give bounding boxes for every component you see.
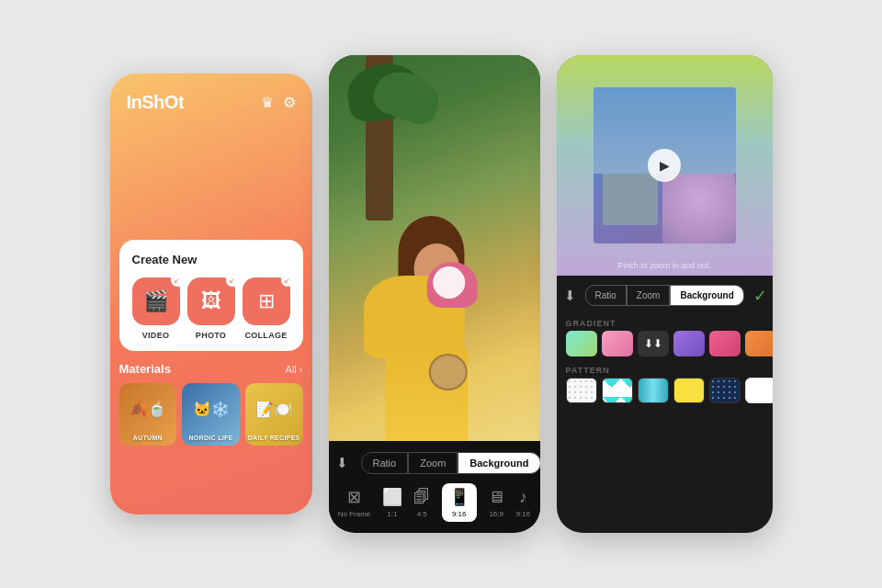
- photo-icon: 🖼: [201, 289, 221, 313]
- ratio-tabs: Ratio Zoom Background: [348, 448, 540, 478]
- photo-badge: ↙: [226, 274, 239, 287]
- pattern-waves[interactable]: [638, 378, 669, 403]
- materials-cards: 🍂🍵 AUTUMN 🐱❄️ NORDIC LIFE 📝🍽️ DAILY RECI…: [119, 383, 303, 446]
- material-card-autumn[interactable]: 🍂🍵 AUTUMN: [119, 383, 177, 446]
- banner-area: [110, 120, 312, 240]
- frame-16x9-label: 16:9: [489, 510, 503, 518]
- gradient-more-button[interactable]: ⬇⬇: [638, 331, 669, 356]
- inshot-logo: InShOt: [127, 92, 185, 113]
- phone-1: InShOt ♛ ⚙ Create New 🎬 ↙ VIDEO: [110, 74, 312, 514]
- gradient-swatch-2[interactable]: [602, 331, 633, 356]
- frame-9x16-icon: 📱: [449, 487, 469, 507]
- down-arrow-icon[interactable]: ⬇: [336, 455, 348, 471]
- collage-icon-circle: ⊞ ↙: [243, 277, 290, 325]
- phone-2: ⬇ Ratio Zoom Background ✓ ⊠ No Frame ⬜ 1…: [329, 55, 540, 533]
- noframe-icon: ⊠: [347, 487, 361, 507]
- nordic-label: NORDIC LIFE: [188, 435, 232, 441]
- frame-tiktok-label: 9:16: [516, 510, 531, 518]
- frame-bar: ⊠ No Frame ⬜ 1:1 🗐 4:5 📱 9:16 🖥 16:: [329, 478, 540, 524]
- frame-16x9[interactable]: 🖥 16:9: [488, 488, 504, 518]
- create-new-section: Create New 🎬 ↙ VIDEO 🖼 ↙ PHOTO: [119, 240, 303, 351]
- frame-1x1-icon: ⬜: [382, 487, 402, 507]
- frame-1x1[interactable]: ⬜ 1:1: [382, 487, 402, 518]
- tab-background[interactable]: Background: [458, 452, 539, 474]
- frame-tiktok-icon: ♪: [519, 488, 527, 507]
- phone-3: ▶ Pinch to zoom in and out. ⬇ Ratio Zoom…: [557, 55, 773, 533]
- daily-label: DAILY RECIPES: [248, 435, 300, 441]
- photo-label: PHOTO: [196, 331, 226, 340]
- video-badge: ↙: [171, 274, 184, 287]
- frame-1x1-label: 1:1: [387, 510, 397, 518]
- photo-background: [329, 55, 540, 441]
- frame-noframe[interactable]: ⊠ No Frame: [338, 487, 371, 518]
- frame-4x5-icon: 🗐: [413, 488, 430, 507]
- crown-icon[interactable]: ♛: [261, 94, 274, 111]
- create-new-items: 🎬 ↙ VIDEO 🖼 ↙ PHOTO ⊞ ↙: [129, 277, 294, 340]
- create-photo-item[interactable]: 🖼 ↙ PHOTO: [187, 277, 235, 340]
- noframe-label: No Frame: [338, 510, 371, 518]
- person-bag: [428, 354, 467, 390]
- autumn-label: AUTUMN: [133, 435, 163, 441]
- editor-down-arrow[interactable]: ⬇: [564, 288, 576, 304]
- editor-preview: ▶ Pinch to zoom in and out.: [557, 55, 773, 276]
- preview-video-frame: ▶: [594, 87, 736, 243]
- bouquet-white: [433, 266, 465, 299]
- editor-ratio-tabs: Ratio Zoom Background: [576, 279, 753, 311]
- frame-16x9-icon: 🖥: [488, 488, 504, 507]
- phone-1-header: InShOt ♛ ⚙: [110, 74, 312, 120]
- editor-confirm-button[interactable]: ✓: [753, 286, 767, 306]
- pattern-yellow[interactable]: [673, 378, 705, 403]
- ratio-bar-row: ⬇ Ratio Zoom Background ✓: [329, 448, 540, 478]
- tab-zoom[interactable]: Zoom: [408, 452, 458, 474]
- editor-tab-background[interactable]: Background: [670, 285, 743, 306]
- header-icons: ♛ ⚙: [261, 94, 296, 111]
- video-icon-circle: 🎬 ↙: [132, 277, 180, 325]
- materials-header: Materials All ›: [119, 362, 303, 376]
- play-button[interactable]: ▶: [648, 149, 681, 182]
- phones-container: InShOt ♛ ⚙ Create New 🎬 ↙ VIDEO: [110, 55, 773, 533]
- autumn-icons: 🍂🍵: [123, 387, 174, 431]
- gradient-swatch-6[interactable]: [745, 331, 773, 356]
- pattern-dots[interactable]: [566, 378, 597, 403]
- frame-9x16[interactable]: 📱 9:16: [442, 483, 477, 522]
- gradient-swatch-1[interactable]: [566, 331, 597, 356]
- photo-icon-circle: 🖼 ↙: [187, 277, 235, 325]
- video-label: VIDEO: [142, 331, 170, 340]
- collage-label: COLLAGE: [244, 331, 287, 340]
- video-icon: 🎬: [143, 289, 168, 313]
- bottom-controls: ⬇ Ratio Zoom Background ✓ ⊠ No Frame ⬜ 1…: [329, 441, 540, 527]
- create-new-title: Create New: [129, 253, 294, 266]
- editor-controls-row: ⬇ Ratio Zoom Background ✓: [557, 276, 773, 315]
- material-card-nordic[interactable]: 🐱❄️ NORDIC LIFE: [182, 383, 240, 446]
- daily-icons: 📝🍽️: [249, 387, 300, 431]
- frame-9x16-label: 9:16: [452, 510, 467, 518]
- tab-ratio[interactable]: Ratio: [361, 452, 409, 474]
- materials-section: Materials All › 🍂🍵 AUTUMN 🐱❄️ NORDIC LIF…: [119, 362, 303, 446]
- pattern-row: [557, 378, 773, 403]
- editor-tab-zoom[interactable]: Zoom: [627, 285, 671, 306]
- create-video-item[interactable]: 🎬 ↙ VIDEO: [132, 277, 180, 340]
- collage-icon: ⊞: [258, 289, 275, 313]
- create-collage-item[interactable]: ⊞ ↙ COLLAGE: [243, 277, 290, 340]
- frame-4x5-label: 4:5: [417, 510, 427, 518]
- pattern-zigzag[interactable]: [602, 378, 633, 403]
- pattern-section-label: PATTERN: [557, 362, 773, 378]
- pattern-dotblue[interactable]: [709, 378, 741, 403]
- editor-tab-ratio[interactable]: Ratio: [585, 285, 627, 306]
- gradient-swatch-4[interactable]: [673, 331, 705, 356]
- gradient-section-label: GRADIENT: [557, 315, 773, 331]
- frame-9x16-tiktok[interactable]: ♪ 9:16: [516, 488, 531, 518]
- gradient-swatch-5[interactable]: [709, 331, 741, 356]
- photo-content: [329, 55, 540, 441]
- materials-title: Materials: [119, 362, 171, 376]
- frame-4x5[interactable]: 🗐 4:5: [413, 488, 430, 518]
- gradient-row: ⬇⬇: [557, 331, 773, 362]
- pattern-white[interactable]: [745, 378, 773, 403]
- gear-icon[interactable]: ⚙: [283, 94, 296, 111]
- nordic-icons: 🐱❄️: [186, 387, 236, 431]
- material-card-daily[interactable]: 📝🍽️ DAILY RECIPES: [245, 383, 303, 446]
- collage-badge: ↙: [281, 274, 294, 287]
- pinch-hint: Pinch to zoom in and out.: [617, 261, 711, 270]
- materials-all-link[interactable]: All ›: [286, 364, 303, 375]
